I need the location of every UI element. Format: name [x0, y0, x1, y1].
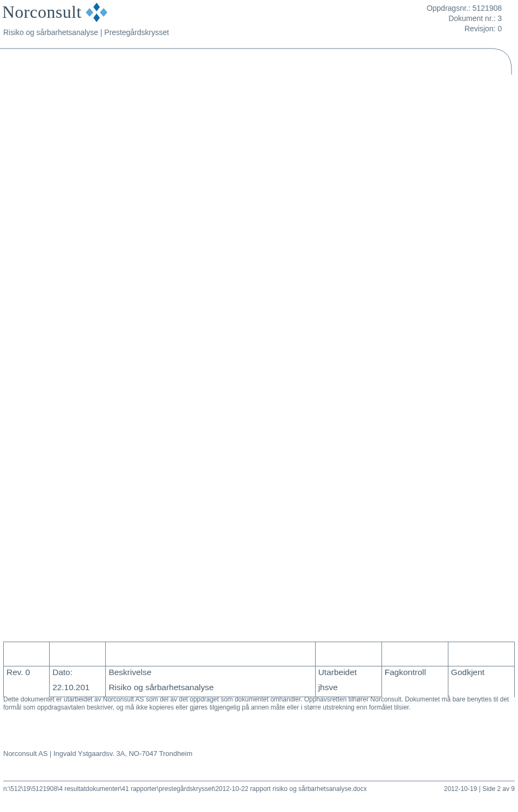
- document-page: Norconsult Risiko og sårbarhetsanalyse |…: [0, 0, 518, 812]
- header-meta: Oppdragsnr.: 5121908 Dokument nr.: 3 Rev…: [427, 3, 502, 34]
- revisjon-value: 0: [497, 24, 502, 33]
- cell-godkjent: Godkjent: [448, 666, 514, 697]
- cell-fagkontroll: Fagkontroll: [381, 666, 448, 697]
- cell-rev: Rev. 0: [4, 666, 50, 697]
- subtitle-sep: |: [98, 28, 104, 37]
- dokumentnr-value: 3: [497, 14, 502, 23]
- footer-pageinfo: 2012-10-19 | Side 2 av 9: [444, 785, 515, 793]
- cell-dato-value: 22.10.201: [50, 682, 106, 697]
- company-address: Norconsult AS | Ingvald Ystgaardsv. 3A, …: [3, 749, 192, 758]
- company-name: Norconsult: [2, 2, 81, 20]
- revision-header-row: Rev. 0 Dato: Beskrivelse Utarbeidet Fagk…: [4, 666, 515, 682]
- cell-beskrivelse-value: Risiko og sårbarhetsanalyse: [106, 682, 315, 697]
- footer-page-label: Side: [482, 785, 497, 793]
- footer-page-current: 2: [497, 785, 501, 793]
- svg-marker-0: [93, 3, 100, 11]
- footer-page-of: av: [501, 785, 511, 793]
- revisjon-line: Revisjon: 0: [427, 24, 502, 34]
- page-header: Norconsult Risiko og sårbarhetsanalyse |…: [0, 0, 518, 37]
- subtitle-right: Prestegårdskrysset: [104, 28, 169, 37]
- oppdragsnr-line: Oppdragsnr.: 5121908: [427, 3, 502, 13]
- cell-empty: [50, 642, 106, 666]
- svg-marker-1: [86, 8, 93, 17]
- footer-page-total: 9: [511, 785, 515, 793]
- svg-marker-2: [100, 8, 107, 17]
- cell-utarbeidet-value: jhsve: [315, 682, 381, 697]
- footer-path: n:\512\19\5121908\4 resultatdokumenter\4…: [3, 785, 367, 793]
- oppdragsnr-label: Oppdragsnr.:: [427, 4, 473, 12]
- svg-marker-3: [93, 13, 100, 22]
- page-frame-top: [0, 42, 518, 74]
- cell-empty: [4, 642, 50, 666]
- footer-date: 2012-10-19: [444, 785, 477, 793]
- footer-sep: |: [477, 785, 482, 793]
- oppdragsnr-value: 5121908: [472, 4, 502, 12]
- subtitle-left: Risiko og sårbarhetsanalyse: [3, 28, 98, 37]
- disclaimer-text: Dette dokumentet er utarbeidet av Norcon…: [3, 696, 515, 712]
- cell-empty: [315, 642, 381, 666]
- cell-empty: [106, 642, 315, 666]
- cell-empty: [381, 642, 448, 666]
- revision-table: Rev. 0 Dato: Beskrivelse Utarbeidet Fagk…: [3, 642, 515, 697]
- cell-dato-label: Dato:: [50, 666, 106, 682]
- revision-empty-row: [4, 642, 515, 666]
- norconsult-logo-icon: [86, 2, 107, 25]
- cell-empty: [448, 642, 514, 666]
- footer-rule: [3, 781, 515, 781]
- dokumentnr-line: Dokument nr.: 3: [427, 13, 502, 24]
- revision-block: Rev. 0 Dato: Beskrivelse Utarbeidet Fagk…: [3, 642, 515, 697]
- revisjon-label: Revisjon:: [465, 24, 497, 33]
- cell-utarbeidet-label: Utarbeidet: [315, 666, 381, 682]
- page-footer: n:\512\19\5121908\4 resultatdokumenter\4…: [3, 785, 515, 793]
- cell-beskrivelse-label: Beskrivelse: [106, 666, 315, 682]
- dokumentnr-label: Dokument nr.:: [448, 14, 497, 23]
